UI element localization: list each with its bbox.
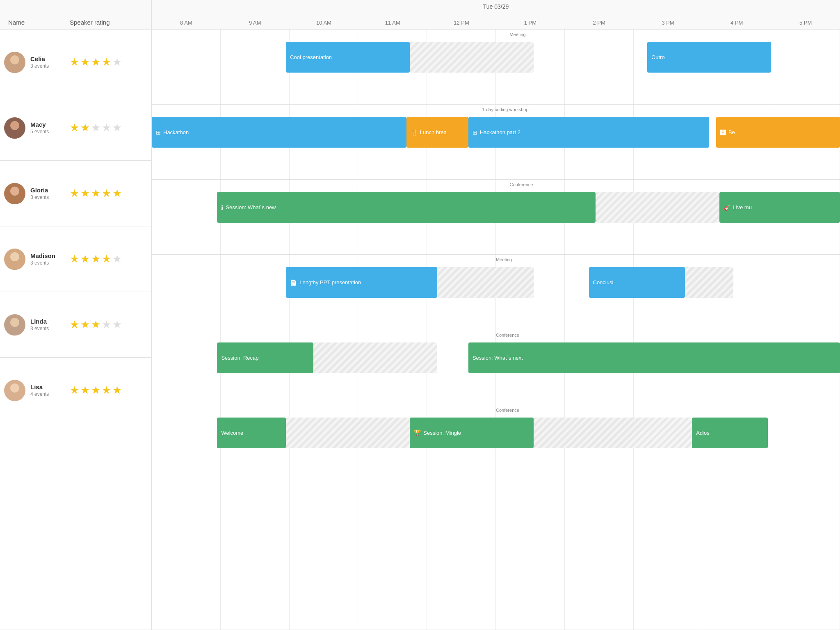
cal-row-gloria: Conference ℹ Session: What´s new 🎸 Live … [152, 180, 840, 255]
cell [221, 330, 290, 405]
cell [358, 480, 427, 630]
calendar-header: Tue 03/29 8 AM 9 AM 10 AM 11 AM 12 PM 1 … [152, 0, 840, 30]
cal-row-lisa: Conference Welcome 🏆 Session: Mingle [152, 405, 840, 480]
svg-point-13 [7, 328, 22, 336]
person-row-celia: Celia 3 events ★ ★ ★ ★ ★ [0, 30, 151, 95]
main-container: Name Speaker rating Celia 3 events ★ ★ ★… [0, 0, 840, 630]
time-5pm: 5 PM [771, 20, 840, 26]
person-events-lisa: 4 events [30, 391, 66, 397]
cell [221, 105, 290, 179]
svg-point-3 [10, 121, 19, 130]
star-3: ★ [91, 318, 100, 331]
cell [634, 330, 703, 405]
person-name-madison: Madison [30, 252, 66, 259]
person-info-lisa: Lisa 4 events [25, 383, 66, 397]
cell [290, 105, 358, 179]
cell [496, 180, 565, 254]
cell [634, 30, 703, 104]
cell [702, 255, 771, 329]
cell [771, 180, 840, 254]
star-5: ★ [112, 187, 122, 200]
cell [634, 255, 703, 329]
avatar-gloria [4, 183, 25, 204]
svg-point-10 [7, 262, 22, 270]
star-4: ★ [102, 318, 111, 331]
svg-point-4 [7, 131, 22, 139]
person-name-celia: Celia [30, 55, 66, 62]
star-5: ★ [112, 253, 122, 265]
star-2: ★ [80, 56, 90, 68]
time-10am: 10 AM [290, 20, 358, 26]
cell [427, 30, 496, 104]
cell [565, 180, 634, 254]
cell [427, 330, 496, 405]
time-slots-header: 8 AM 9 AM 10 AM 11 AM 12 PM 1 PM 2 PM 3 … [152, 11, 840, 29]
cal-row-celia: Meeting Cool presentation Outro [152, 30, 840, 105]
cell [358, 405, 427, 480]
calendar-date: Tue 03/29 [152, 0, 840, 11]
star-3: ★ [91, 253, 100, 265]
cell [702, 480, 771, 630]
cell [702, 180, 771, 254]
person-info-linda: Linda 3 events [25, 318, 66, 331]
star-2: ★ [80, 187, 90, 200]
cell [565, 330, 634, 405]
cell [427, 180, 496, 254]
avatar-celia [4, 52, 25, 73]
cell [152, 105, 221, 179]
star-3: ★ [91, 121, 100, 134]
cell [565, 480, 634, 630]
calendar-body: Meeting Cool presentation Outro [152, 30, 840, 630]
person-row-madison: Madison 3 events ★ ★ ★ ★ ★ [0, 226, 151, 292]
cell [290, 180, 358, 254]
cell [702, 330, 771, 405]
cell [152, 405, 221, 480]
person-row-gloria: Gloria 3 events ★ ★ ★ ★ ★ [0, 161, 151, 226]
cell [221, 255, 290, 329]
cell [152, 330, 221, 405]
star-1: ★ [70, 318, 79, 331]
cell [358, 180, 427, 254]
svg-point-6 [10, 187, 19, 196]
column-headers: Name Speaker rating [0, 0, 151, 30]
cell [290, 480, 358, 630]
cell [496, 480, 565, 630]
time-9am: 9 AM [221, 20, 290, 26]
cell [427, 480, 496, 630]
cal-row-empty [152, 480, 840, 630]
cell [496, 105, 565, 179]
cal-row-madison: Meeting 📄 Lengthy PPT presentation Concl… [152, 255, 840, 330]
cell [771, 30, 840, 104]
person-events-linda: 3 events [30, 326, 66, 331]
cell [565, 405, 634, 480]
cell [702, 405, 771, 480]
star-4: ★ [102, 253, 111, 265]
cell [634, 105, 703, 179]
cell [771, 405, 840, 480]
cell [221, 30, 290, 104]
star-2: ★ [80, 318, 90, 331]
svg-point-7 [7, 197, 22, 204]
time-1pm: 1 PM [496, 20, 565, 26]
empty-row [0, 423, 151, 630]
cell [221, 180, 290, 254]
person-info-madison: Madison 3 events [25, 252, 66, 266]
svg-point-16 [7, 394, 22, 401]
star-4: ★ [102, 56, 111, 68]
avatar-linda [4, 314, 25, 336]
stars-gloria: ★ ★ ★ ★ ★ [66, 187, 122, 200]
avatar-lisa [4, 380, 25, 401]
rating-column-header: Speaker rating [66, 19, 151, 26]
cell [290, 255, 358, 329]
cell [290, 330, 358, 405]
star-1: ★ [70, 253, 79, 265]
star-4: ★ [102, 121, 111, 134]
cell [221, 480, 290, 630]
left-panel: Name Speaker rating Celia 3 events ★ ★ ★… [0, 0, 152, 630]
cell [290, 405, 358, 480]
cell [565, 105, 634, 179]
cell [771, 330, 840, 405]
cell [427, 255, 496, 329]
stars-linda: ★ ★ ★ ★ ★ [66, 318, 122, 331]
stars-celia: ★ ★ ★ ★ ★ [66, 56, 122, 68]
